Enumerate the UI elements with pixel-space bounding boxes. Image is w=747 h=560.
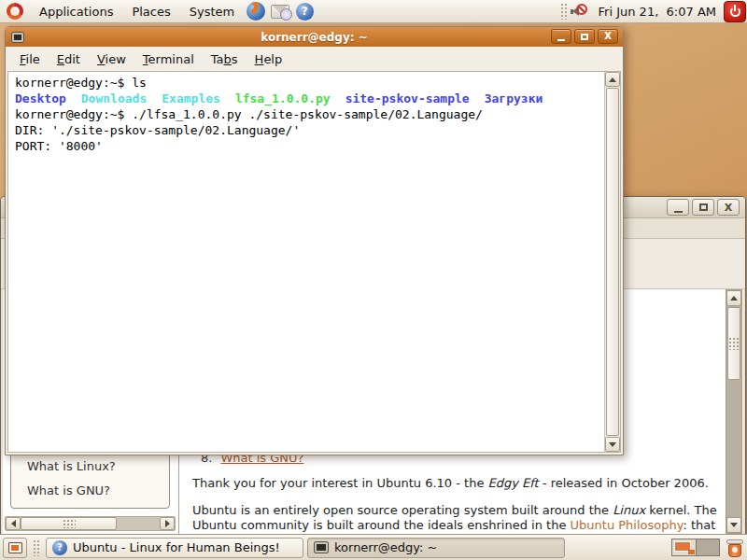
ls-entry-examples: Examples [162, 91, 220, 106]
bottom-panel: Ubuntu - Linux for Human Beings! kornerr… [0, 534, 747, 560]
arrow-up-icon [730, 296, 738, 301]
arrow-up-icon [609, 77, 616, 82]
menu-places[interactable]: Places [122, 0, 179, 22]
terminal-scroll-thumb[interactable] [606, 88, 619, 436]
show-desktop-icon [8, 542, 22, 553]
paragraph-text: Ubuntu community is built around the ide… [192, 518, 571, 532]
scroll-right-button[interactable] [160, 517, 175, 530]
menu-edit[interactable]: Edit [49, 52, 89, 66]
minimize-icon [674, 211, 683, 213]
taskbar-item-terminal[interactable]: kornerr@edgy: ~ [307, 538, 565, 558]
page-vertical-scrollbar[interactable] [726, 289, 742, 534]
terminal-prompt-line: kornerr@edgy:~$ ./lfsa_1.0.0.py ./site-p… [15, 106, 604, 122]
scroll-down-button[interactable] [726, 517, 741, 533]
terminal-output-dir: DIR: './site-pskov-sample/02.Language/' [15, 122, 604, 138]
taskbar-item-label: kornerr@edgy: ~ [334, 540, 438, 554]
taskbar-item-firefox[interactable]: Ubuntu - Linux for Human Beings! [46, 538, 303, 558]
menu-help[interactable]: Help [247, 52, 291, 66]
ls-entry-desktop: Desktop [15, 91, 66, 106]
scroll-left-button[interactable] [6, 517, 21, 530]
ls-entry-site-pskov-sample: site-pskov-sample [345, 91, 470, 106]
vertical-scroll-thumb[interactable] [727, 307, 740, 380]
firefox-launcher[interactable] [245, 1, 267, 21]
paragraph-text: Thank you for your interest in Ubuntu 6.… [192, 476, 488, 490]
firefox-maximize-button[interactable] [692, 199, 714, 216]
grip-dots-icon [728, 337, 740, 350]
menu-applications[interactable]: Applications [30, 0, 122, 22]
terminal-scrollbar[interactable] [604, 72, 620, 452]
menu-view[interactable]: View [89, 52, 134, 66]
horizontal-scroll-thumb[interactable] [21, 517, 117, 530]
clock-applet[interactable]: Fri Jun 21, 6:07 AM [591, 5, 724, 19]
terminal-titlebar[interactable]: kornerr@edgy: ~ X [6, 27, 623, 47]
edgy-eft-emphasis: Edgy Eft [488, 476, 539, 490]
ls-entry-downloads: Downloads [81, 91, 147, 106]
terminal-minimize-button[interactable] [551, 29, 571, 44]
menu-system[interactable]: System [180, 0, 244, 22]
volume-muted-icon[interactable] [570, 3, 587, 20]
minimize-icon [557, 39, 565, 41]
scroll-trough[interactable] [726, 381, 741, 517]
trash-applet[interactable] [726, 538, 744, 558]
scroll-up-button[interactable] [605, 72, 620, 87]
scroll-trough[interactable] [117, 517, 160, 530]
terminal-icon [11, 32, 24, 43]
help-page-icon [52, 540, 67, 555]
linux-emphasis: Linux [613, 503, 645, 517]
paragraph-text: - released in October 2006. [539, 476, 709, 490]
terminal-ls-output: DesktopDownloadsExampleslfsa_1.0.0.pysit… [15, 91, 604, 106]
arrow-right-icon [165, 520, 170, 527]
logout-power-button[interactable] [724, 1, 746, 22]
terminal-close-button[interactable]: X [598, 29, 618, 44]
paragraph-text: : that [684, 518, 716, 532]
menu-tabs[interactable]: Tabs [203, 52, 247, 66]
mail-launcher[interactable] [269, 1, 291, 21]
terminal-title: kornerr@edgy: ~ [6, 31, 623, 44]
scroll-up-button[interactable] [726, 290, 741, 306]
ubuntu-philosophy-link[interactable]: Ubuntu Philosophy [571, 518, 684, 532]
ubuntu-logo-icon[interactable] [7, 3, 23, 20]
terminal-window[interactable]: kornerr@edgy: ~ X File Edit View Termina… [5, 26, 624, 455]
arrow-left-icon [11, 520, 16, 527]
taskbar-item-label: Ubuntu - Linux for Human Beings! [73, 540, 280, 554]
ls-entry-zagruzki: Загрузки [485, 91, 543, 106]
workspace-2[interactable] [696, 539, 719, 555]
show-desktop-button[interactable] [3, 538, 27, 558]
sidebar-link-what-is-linux[interactable]: What is Linux? [27, 459, 116, 473]
terminal-prompt-line: kornerr@edgy:~$ ls [15, 75, 604, 91]
workspace-1[interactable] [672, 539, 696, 555]
terminal-icon [314, 541, 329, 553]
power-icon [730, 7, 740, 17]
paragraph-ubuntu-description: Ubuntu is an entirely open source operat… [192, 503, 717, 533]
close-icon: X [604, 32, 612, 41]
top-panel: Applications Places System Fri Jun 21, 6… [0, 0, 747, 23]
scroll-down-button[interactable] [605, 437, 620, 452]
applet-drag-handle[interactable] [560, 3, 568, 20]
firefox-icon [247, 2, 265, 21]
menu-terminal[interactable]: Terminal [134, 52, 203, 66]
arrow-down-icon [730, 523, 738, 527]
terminal-body[interactable]: kornerr@edgy:~$ ls DesktopDownloadsExamp… [7, 71, 621, 453]
paragraph-thank-you: Thank you for your interest in Ubuntu 6.… [192, 476, 709, 490]
terminal-output-port: PORT: '8000' [15, 138, 604, 154]
close-icon: X [725, 203, 732, 213]
firefox-close-button[interactable]: X [717, 199, 740, 216]
sidebar-horizontal-scrollbar[interactable] [5, 516, 176, 531]
arrow-down-icon [609, 442, 616, 447]
workspace-window-preview [688, 550, 695, 554]
help-icon [296, 3, 314, 21]
menu-file[interactable]: File [11, 52, 49, 66]
terminal-maximize-button[interactable] [574, 29, 595, 44]
paragraph-text: kernel. The [645, 503, 717, 517]
firefox-minimize-button[interactable] [667, 199, 689, 216]
maximize-icon [699, 203, 708, 211]
tasklist-drag-handle[interactable] [33, 539, 40, 556]
grip-dots-icon [63, 519, 76, 528]
workspace-switcher[interactable] [671, 539, 720, 556]
help-launcher[interactable] [293, 1, 316, 21]
terminal-screen[interactable]: kornerr@edgy:~$ ls DesktopDownloadsExamp… [8, 72, 604, 452]
terminal-menubar: File Edit View Terminal Tabs Help [6, 47, 623, 71]
mail-clock-icon [271, 5, 289, 19]
paragraph-text: Ubuntu is an entirely open source operat… [192, 503, 613, 517]
sidebar-link-what-is-gnu[interactable]: What is GNU? [27, 483, 110, 497]
